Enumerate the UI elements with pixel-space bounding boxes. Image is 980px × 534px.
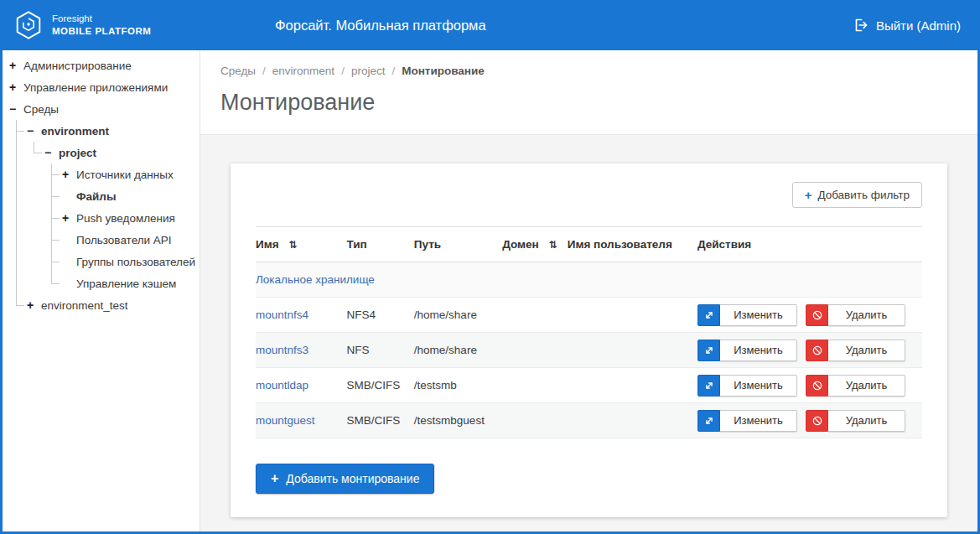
delete-cancel-icon[interactable] <box>806 304 828 326</box>
mount-name-link[interactable]: mountldap <box>256 379 309 391</box>
tree-item[interactable]: Управление кэшем <box>62 272 196 294</box>
tree-item[interactable]: −project <box>44 142 196 163</box>
sort-icon[interactable]: ⇅ <box>289 239 298 251</box>
tree-item[interactable]: +Push уведомления <box>62 207 196 229</box>
card-toolbar: + Добавить фильтр <box>256 182 922 208</box>
tree-item[interactable]: −environment <box>27 120 196 142</box>
collapse-icon[interactable]: − <box>9 102 23 116</box>
delete-cancel-icon[interactable] <box>806 340 828 361</box>
column-header-label: Путь <box>414 238 441 251</box>
delete-button-label[interactable]: Удалить <box>828 304 905 326</box>
sidebar-tree: +Администрирование+Управление приложения… <box>9 54 196 316</box>
breadcrumb-item[interactable]: project <box>351 65 386 77</box>
table-row: mountnfs3NFS/home/shareИзменитьУдалить <box>256 333 922 368</box>
edit-button[interactable]: Изменить <box>697 304 797 326</box>
mount-type: SMB/CIFS <box>346 379 400 391</box>
delete-button[interactable]: Удалить <box>806 340 905 361</box>
add-mount-label: Добавить монтирование <box>286 472 419 485</box>
edit-button-label[interactable]: Изменить <box>720 410 797 432</box>
brand-name: Foresight <box>52 13 151 25</box>
breadcrumb-item[interactable]: environment <box>272 65 334 77</box>
tree-item[interactable]: Группы пользователей <box>62 251 196 272</box>
table-row: mountldapSMB/CIFS/testsmbИзменитьУдалить <box>256 368 922 403</box>
column-header-label: Имя <box>256 238 279 251</box>
tree-item-label: Группы пользователей <box>76 256 195 268</box>
tree-item-label: Управление приложениями <box>23 81 168 94</box>
edit-button-label[interactable]: Изменить <box>720 375 797 397</box>
storage-group-link[interactable]: Локальное хранилище <box>256 273 375 286</box>
mount-name-link[interactable]: mountguest <box>256 414 315 427</box>
expand-icon[interactable]: + <box>62 168 76 181</box>
tree-item[interactable]: +Администрирование <box>9 54 196 76</box>
edit-button-label[interactable]: Изменить <box>720 340 797 361</box>
foresight-logo-icon <box>13 9 44 41</box>
add-filter-button[interactable]: + Добавить фильтр <box>792 182 922 208</box>
tree-item[interactable]: +Источники данных <box>62 163 196 185</box>
actions-cell: ИзменитьУдалить <box>697 298 922 333</box>
mounts-card: + Добавить фильтр Имя⇅ТипПутьДомен⇅Имя п… <box>231 163 947 517</box>
delete-button[interactable]: Удалить <box>806 375 905 397</box>
mount-name-link[interactable]: mountnfs3 <box>256 344 309 356</box>
tree-item-label: Управление кэшем <box>76 277 176 290</box>
content-area: + Добавить фильтр Имя⇅ТипПутьДомен⇅Имя п… <box>200 135 977 531</box>
delete-button[interactable]: Удалить <box>806 304 905 326</box>
sort-icon[interactable]: ⇅ <box>549 239 557 251</box>
add-mount-button[interactable]: + Добавить монтирование <box>256 464 434 494</box>
breadcrumb-separator: / <box>341 65 345 77</box>
column-header-label: Тип <box>346 238 366 251</box>
logout-label: Выйти (Admin) <box>876 18 961 33</box>
column-header: Действия <box>697 227 922 262</box>
collapse-icon[interactable]: − <box>44 146 59 159</box>
tree-item[interactable]: Файлы <box>62 185 196 207</box>
edit-arrows-icon[interactable] <box>697 375 720 397</box>
tree-item[interactable]: +Управление приложениями <box>9 76 196 98</box>
tree-item[interactable]: −Среды <box>9 98 196 120</box>
column-header[interactable]: Имя⇅ <box>256 227 346 262</box>
expand-icon[interactable]: + <box>62 211 76 225</box>
column-header: Тип <box>346 227 413 262</box>
edit-arrows-icon[interactable] <box>697 410 720 432</box>
app-window: Foresight MOBILE PLATFORM Форсайт. Мобил… <box>0 0 980 534</box>
tree-item[interactable]: Пользователи API <box>62 229 196 251</box>
column-header-label: Домен <box>502 238 539 251</box>
breadcrumb-separator: / <box>262 65 266 77</box>
collapse-icon[interactable]: − <box>27 124 41 137</box>
delete-button[interactable]: Удалить <box>806 410 905 432</box>
delete-button-label[interactable]: Удалить <box>828 410 905 432</box>
table-body: Локальное хранилищеmountnfs4NFS4/home/sh… <box>256 262 922 438</box>
tree-item-label: Push уведомления <box>76 212 175 225</box>
edit-arrows-icon[interactable] <box>697 340 720 361</box>
tree-item-label: environment_test <box>41 299 128 312</box>
delete-cancel-icon[interactable] <box>806 410 828 432</box>
column-header: Путь <box>414 227 502 262</box>
brand[interactable]: Foresight MOBILE PLATFORM <box>13 9 151 41</box>
breadcrumb-item[interactable]: Среды <box>220 65 256 77</box>
edit-arrows-icon[interactable] <box>697 304 720 326</box>
mount-name-link[interactable]: mountnfs4 <box>256 308 309 321</box>
column-header: Имя пользователя <box>568 227 697 262</box>
tree-item-label: project <box>59 147 96 159</box>
column-header[interactable]: Домен⇅ <box>502 227 568 262</box>
edit-button[interactable]: Изменить <box>697 375 797 397</box>
top-header: Foresight MOBILE PLATFORM Форсайт. Мобил… <box>3 0 977 50</box>
logout-button[interactable]: Выйти (Admin) <box>853 18 961 33</box>
edit-button[interactable]: Изменить <box>697 340 797 361</box>
delete-button-label[interactable]: Удалить <box>828 340 905 361</box>
sidebar: +Администрирование+Управление приложения… <box>3 50 200 531</box>
table-row: mountnfs4NFS4/home/shareИзменитьУдалить <box>256 298 922 333</box>
tree-item[interactable]: +environment_test <box>27 294 196 316</box>
mount-path: /testsmbguest <box>414 414 485 427</box>
breadcrumb: Среды/environment/project/Монтирование <box>220 65 957 77</box>
edit-button[interactable]: Изменить <box>697 410 797 432</box>
actions-cell: ИзменитьУдалить <box>697 333 922 368</box>
add-filter-label: Добавить фильтр <box>817 189 910 201</box>
edit-button-label[interactable]: Изменить <box>720 304 797 326</box>
table-row: mountguestSMB/CIFS/testsmbguestИзменитьУ… <box>256 403 922 438</box>
group-row: Локальное хранилище <box>256 262 922 298</box>
expand-icon[interactable]: + <box>9 80 23 94</box>
expand-icon[interactable]: + <box>9 59 23 72</box>
delete-button-label[interactable]: Удалить <box>828 375 905 397</box>
actions-cell: ИзменитьУдалить <box>697 403 922 438</box>
expand-icon[interactable]: + <box>27 298 41 312</box>
delete-cancel-icon[interactable] <box>806 375 828 397</box>
